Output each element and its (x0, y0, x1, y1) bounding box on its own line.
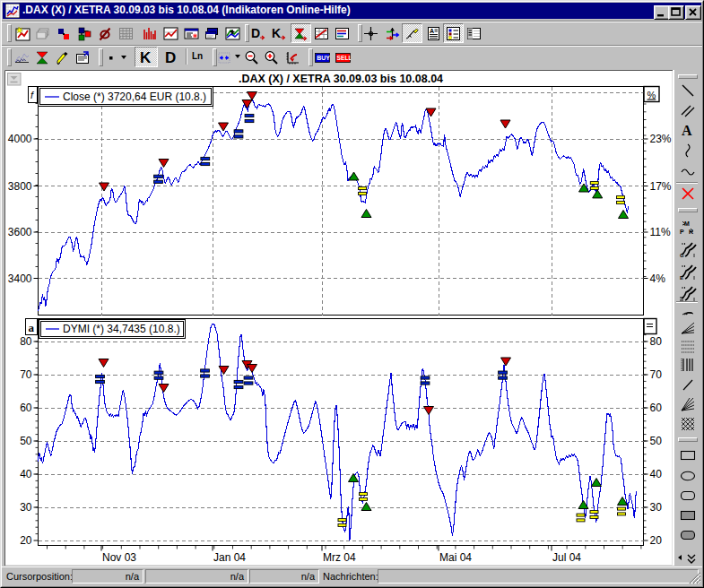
svg-text:SELL: SELL (337, 55, 351, 61)
svg-text:Mrz 04: Mrz 04 (323, 551, 356, 564)
svg-text:60: 60 (650, 402, 663, 414)
svg-text:70: 70 (20, 368, 32, 381)
svg-text:Nov 03: Nov 03 (102, 551, 136, 564)
svg-text:K: K (272, 26, 281, 40)
svg-text:20: 20 (650, 534, 663, 547)
svg-text:E: E (680, 275, 683, 281)
svg-text:4%: 4% (650, 272, 666, 285)
svg-text:3400: 3400 (8, 272, 32, 285)
svg-text:17%: 17% (650, 180, 672, 193)
svg-text:%: % (648, 90, 656, 100)
svg-text:D: D (251, 26, 260, 40)
svg-text:G: G (680, 253, 684, 258)
svg-text:40: 40 (650, 468, 663, 480)
svg-text:80: 80 (20, 335, 32, 348)
svg-text:50: 50 (20, 435, 32, 447)
svg-text:4000: 4000 (8, 133, 32, 145)
svg-text:23%: 23% (650, 133, 672, 145)
svg-text:Jul 04: Jul 04 (552, 551, 581, 564)
svg-text:BUY: BUY (317, 55, 330, 61)
svg-text:.DAX (X) / XETRA 30.09.03 bis: .DAX (X) / XETRA 30.09.03 bis 10.08.04 (239, 73, 443, 85)
svg-text:A: A (682, 123, 692, 138)
svg-text:70: 70 (650, 368, 663, 381)
svg-text:A: A (430, 28, 434, 34)
svg-text:40: 40 (20, 468, 32, 480)
svg-text:Jan 04: Jan 04 (213, 551, 246, 564)
svg-text:3600: 3600 (8, 226, 32, 238)
svg-text:80: 80 (650, 335, 663, 348)
svg-text:50: 50 (650, 435, 663, 447)
svg-text:Mai 04: Mai 04 (439, 551, 472, 564)
svg-text:P: P (680, 229, 684, 235)
svg-text:60: 60 (20, 402, 32, 414)
svg-text:30: 30 (20, 501, 32, 514)
svg-text:20: 20 (20, 534, 32, 547)
svg-text:a: a (29, 321, 35, 334)
svg-text:11%: 11% (650, 226, 671, 238)
svg-text:30: 30 (650, 501, 663, 514)
svg-text:Close (*) 3720,64 EUR (10.8.): Close (*) 3720,64 EUR (10.8.) (63, 91, 206, 103)
svg-text:DYMI (*) 34,7435 (10.8.): DYMI (*) 34,7435 (10.8.) (63, 323, 180, 335)
svg-text:3800: 3800 (8, 180, 32, 193)
